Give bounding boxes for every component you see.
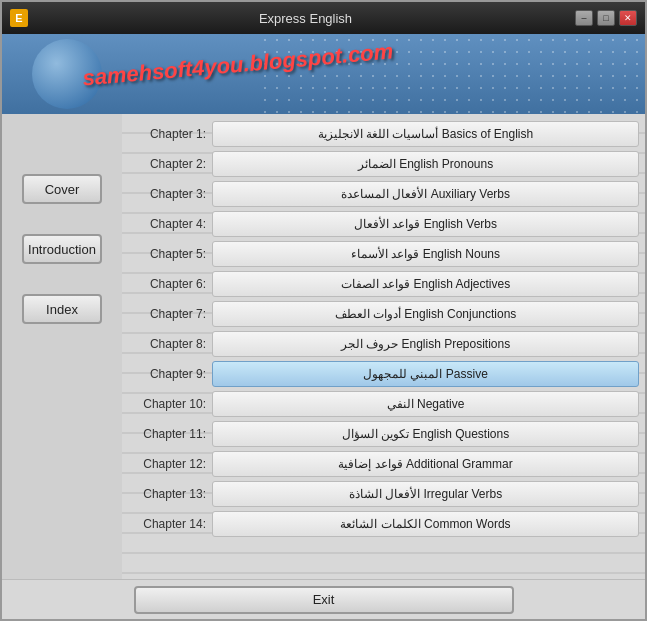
table-row: Chapter 12:قواعد إضافية Additional Gramm… [122, 450, 639, 478]
close-button[interactable]: ✕ [619, 10, 637, 26]
chapter-title-button[interactable]: الأفعال الشاذة Irregular Verbs [212, 481, 639, 507]
table-row: Chapter 11:تكوين السؤال English Question… [122, 420, 639, 448]
chapter-label: Chapter 9: [122, 367, 212, 381]
chapter-label: Chapter 11: [122, 427, 212, 441]
chapter-label: Chapter 5: [122, 247, 212, 261]
chapter-title-button[interactable]: تكوين السؤال English Questions [212, 421, 639, 447]
table-row: Chapter 7:أدوات العطف English Conjunctio… [122, 300, 639, 328]
table-row: Chapter 8:حروف الجر English Prepositions [122, 330, 639, 358]
chapter-label: Chapter 4: [122, 217, 212, 231]
chapter-title-button[interactable]: المبني للمجهول Passive [212, 361, 639, 387]
cover-button[interactable]: Cover [22, 174, 102, 204]
chapter-label: Chapter 13: [122, 487, 212, 501]
table-row: Chapter 3:الأفعال المساعدة Auxiliary Ver… [122, 180, 639, 208]
sidebar: Cover Introduction Index [2, 114, 122, 579]
header-banner: samehsoft4you.blogspot.com [2, 34, 645, 114]
chapter-label: Chapter 6: [122, 277, 212, 291]
chapter-title-button[interactable]: قواعد الأسماء English Nouns [212, 241, 639, 267]
table-row: Chapter 5:قواعد الأسماء English Nouns [122, 240, 639, 268]
exit-button[interactable]: Exit [134, 586, 514, 614]
table-row: Chapter 1:أساسيات اللغة الانجليزية Basic… [122, 120, 639, 148]
chapter-title-button[interactable]: أدوات العطف English Conjunctions [212, 301, 639, 327]
minimize-button[interactable]: – [575, 10, 593, 26]
footer: Exit [2, 579, 645, 619]
table-row: Chapter 2:الضمائر English Pronouns [122, 150, 639, 178]
chapter-label: Chapter 14: [122, 517, 212, 531]
chapter-title-button[interactable]: قواعد الصفات English Adjectives [212, 271, 639, 297]
table-row: Chapter 4:قواعد الأفعال English Verbs [122, 210, 639, 238]
table-row: Chapter 9:المبني للمجهول Passive [122, 360, 639, 388]
maximize-button[interactable]: □ [597, 10, 615, 26]
chapter-label: Chapter 7: [122, 307, 212, 321]
window-controls: – □ ✕ [575, 10, 637, 26]
chapter-label: Chapter 3: [122, 187, 212, 201]
main-window: E Express English – □ ✕ samehsoft4you.bl… [0, 0, 647, 621]
title-bar: E Express English – □ ✕ [2, 2, 645, 34]
chapter-label: Chapter 2: [122, 157, 212, 171]
app-icon: E [10, 9, 28, 27]
chapter-title-button[interactable]: قواعد الأفعال English Verbs [212, 211, 639, 237]
chapter-label: Chapter 12: [122, 457, 212, 471]
chapter-label: Chapter 8: [122, 337, 212, 351]
chapter-title-button[interactable]: الأفعال المساعدة Auxiliary Verbs [212, 181, 639, 207]
window-title: Express English [36, 11, 575, 26]
introduction-button[interactable]: Introduction [22, 234, 102, 264]
chapter-title-button[interactable]: قواعد إضافية Additional Grammar [212, 451, 639, 477]
main-content: Cover Introduction Index Chapter 1:أساسي… [2, 114, 645, 579]
table-row: Chapter 6:قواعد الصفات English Adjective… [122, 270, 639, 298]
chapter-label: Chapter 1: [122, 127, 212, 141]
chapter-list: Chapter 1:أساسيات اللغة الانجليزية Basic… [122, 114, 645, 579]
chapter-title-button[interactable]: أساسيات اللغة الانجليزية Basics of Engli… [212, 121, 639, 147]
chapter-title-button[interactable]: الضمائر English Pronouns [212, 151, 639, 177]
table-row: Chapter 14:الكلمات الشائعة Common Words [122, 510, 639, 538]
chapter-title-button[interactable]: الكلمات الشائعة Common Words [212, 511, 639, 537]
table-row: Chapter 10:النفي Negative [122, 390, 639, 418]
chapter-title-button[interactable]: النفي Negative [212, 391, 639, 417]
index-button[interactable]: Index [22, 294, 102, 324]
chapter-label: Chapter 10: [122, 397, 212, 411]
chapter-title-button[interactable]: حروف الجر English Prepositions [212, 331, 639, 357]
table-row: Chapter 13:الأفعال الشاذة Irregular Verb… [122, 480, 639, 508]
